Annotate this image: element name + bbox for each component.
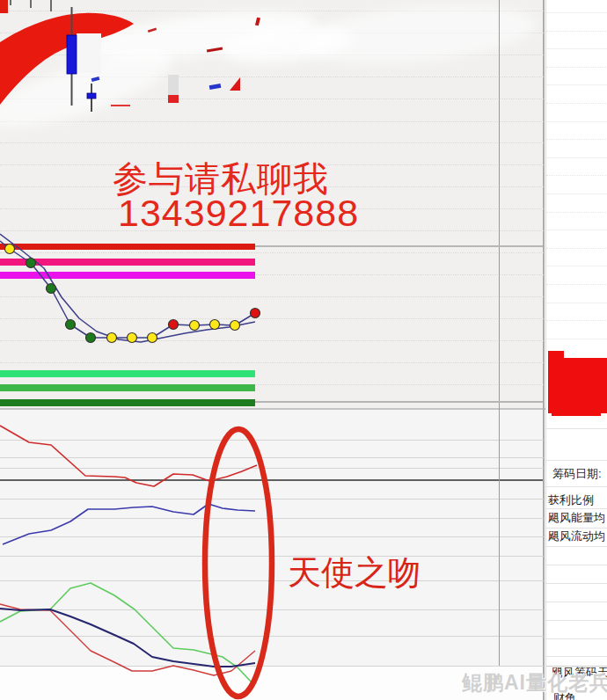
chart-mark [0,0,8,13]
redacted-block [548,358,607,413]
series-marker [86,333,96,343]
chart-mark [207,47,223,53]
hurricane-flow-label: 飓风流动均 [548,529,605,543]
series-marker [230,321,240,331]
phone-number-text: 13439217888 [118,192,359,235]
series-marker [107,333,117,343]
series-marker [190,321,200,331]
right-panel-row-line [546,320,607,321]
right-panel-separator [546,565,607,565]
right-panel-separator [546,602,607,602]
series-blue-line [3,504,255,544]
chart-mark [148,28,157,33]
right-panel-row-line [546,121,607,122]
right-panel-separator [546,528,607,529]
hurricane-energy-label: 飓风能量均 [548,511,605,524]
series-marker [128,333,137,343]
chart-mark [91,77,100,82]
redacted-block-notch [548,351,564,359]
indicator-band [0,244,255,250]
chart-mark [230,77,240,91]
right-panel-row-line [546,212,607,213]
right-panel-row-line [546,67,607,68]
candle-body [87,93,96,98]
right-panel-row-line [546,230,607,230]
right-panel-row-line [546,48,607,49]
profit-ratio-label: 获利比例 [548,493,594,507]
right-panel-row-line [546,175,607,176]
right-panel-row-line [546,193,607,194]
right-panel-row-line [546,84,607,85]
right-panel-row-line [546,103,607,104]
right-panel-row-line [546,12,607,13]
right-panel-row-line [546,284,607,285]
series-marker [251,309,260,318]
watermark: 鲲鹏AI量化老兵 [462,666,607,700]
candle-body [67,35,77,74]
series-marker [210,320,220,330]
chart-mark [168,95,179,103]
watermark-text: 鲲鹏AI量化老兵 [462,669,607,696]
right-panel-row-line [546,303,607,303]
right-panel-row-line [546,339,607,339]
chart-mark [111,105,130,106]
right-panel-row-line [546,248,607,249]
chart-mark [255,18,260,26]
angel-kiss-label: 天使之吻 [288,551,421,595]
right-panel-separator [546,656,607,657]
indicator-band [0,384,255,391]
chart-svg[interactable] [0,0,544,700]
right-panel-separator [546,428,607,429]
right-panel-separator [546,583,607,584]
right-panel-row-line [546,157,607,158]
right-panel-row-line [546,266,607,266]
right-panel-row-line [546,31,607,32]
indicator-band [0,399,255,406]
right-panel-separator [546,620,607,621]
series-marker [148,333,157,343]
right-panel-separator [546,546,607,547]
series-marker [47,284,56,294]
right-panel-row-line [546,139,607,140]
series-marker [26,259,36,268]
chart-mark [209,84,222,90]
right-info-panel[interactable]: 筹码日期: 获利比例 飓风能量均 飓风流动均 飓风筹码天 财鱼 [545,0,607,700]
series-marker [169,320,179,330]
redaction-erase-rect [77,33,101,73]
trading-app-window: 参与请私聊我 13439217888 天使之吻 筹码日期: 获利比例 飓风能量均… [0,0,607,700]
highlight-ellipse [205,429,272,696]
right-panel-separator [546,460,607,461]
indicator-band [0,259,255,266]
right-panel-separator [546,486,607,487]
redacted-block-step [552,413,601,416]
chart-mark [168,75,179,95]
chip-date-label: 筹码日期: [552,467,602,480]
indicator-band [0,370,255,377]
series-marker [5,244,15,254]
right-panel-separator [546,638,607,639]
right-panel-separator [546,508,607,509]
series-marker [66,320,76,330]
